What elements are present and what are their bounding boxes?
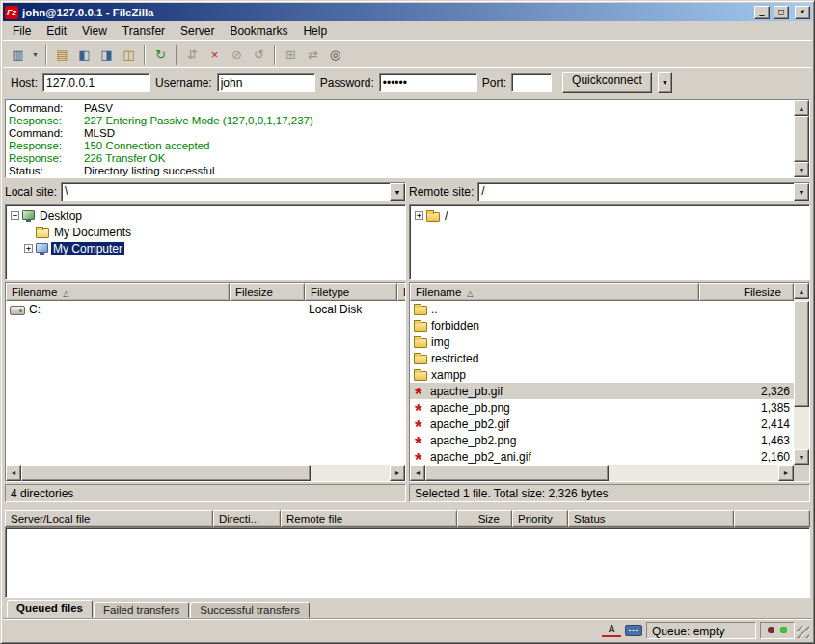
remote-site-combobox[interactable]: / ▼ (477, 182, 810, 201)
host-input[interactable] (42, 73, 150, 92)
column-header-filetype[interactable]: Filetype (305, 283, 397, 301)
column-header-filename[interactable]: Filename (410, 283, 699, 301)
scrollbar-thumb[interactable] (425, 465, 609, 481)
synchronized-browsing-icon[interactable]: ⇄ (302, 44, 324, 66)
tree-item-root[interactable]: + / (410, 207, 809, 224)
speed-limit-icon[interactable]: ▪▪▪ (625, 625, 642, 636)
scroll-left-icon[interactable]: ◄ (410, 465, 425, 481)
expand-icon[interactable]: + (415, 211, 423, 220)
local-pane: Local site: \ ▼ − Desktop My Documents (5, 181, 406, 502)
remote-file-row[interactable]: apache_pb.png 1,385 (410, 399, 794, 416)
scroll-up-icon[interactable]: ▲ (794, 100, 809, 116)
menu-view[interactable]: View (74, 22, 115, 40)
remote-file-row[interactable]: .. (410, 301, 794, 317)
quickconnect-dropdown-icon[interactable]: ▼ (658, 72, 672, 93)
process-queue-icon[interactable]: ⇵ (181, 44, 204, 66)
site-manager-icon[interactable]: ▥ (7, 44, 29, 66)
cancel-icon[interactable]: × (204, 44, 226, 66)
find-files-icon[interactable]: ◎ (324, 44, 346, 66)
port-label: Port: (482, 76, 506, 90)
password-label: Password: (320, 76, 374, 90)
maximize-button[interactable]: □ (774, 6, 789, 19)
remote-file-row[interactable]: xampp (410, 366, 794, 383)
column-header-last-modified[interactable]: L (397, 283, 405, 301)
expand-icon[interactable]: + (24, 244, 33, 253)
site-manager-dropdown-icon[interactable]: ▼ (29, 44, 41, 66)
username-input[interactable] (217, 73, 315, 92)
column-header-size[interactable]: Size (457, 510, 512, 527)
toggle-message-log-icon[interactable]: ▤ (51, 44, 73, 66)
port-input[interactable] (511, 73, 552, 92)
scrollbar-thumb[interactable] (794, 301, 809, 407)
remote-file-row[interactable]: forbidden (410, 317, 794, 334)
column-header-remote-file[interactable]: Remote file (281, 510, 457, 527)
refresh-icon[interactable]: ↻ (149, 44, 172, 66)
scrollbar-thumb[interactable] (794, 116, 809, 162)
column-header-filler (734, 510, 810, 527)
menu-server[interactable]: Server (173, 22, 222, 40)
tab-failed-transfers[interactable]: Failed transfers (94, 602, 189, 618)
sort-ascending-icon (461, 286, 473, 298)
tree-item-desktop[interactable]: − Desktop (6, 207, 405, 224)
chevron-down-icon[interactable]: ▼ (794, 183, 809, 201)
collapse-icon[interactable]: − (11, 211, 19, 220)
quickconnect-button[interactable]: Quickconnect (562, 72, 652, 93)
local-site-combobox[interactable]: \ ▼ (61, 182, 406, 201)
folder-icon (414, 371, 427, 381)
scroll-down-icon[interactable]: ▼ (794, 449, 809, 465)
column-header-status[interactable]: Status (568, 510, 734, 527)
scrollbar-thumb[interactable] (21, 465, 311, 481)
remote-file-row[interactable]: apache_pb2.png 1,463 (410, 432, 794, 448)
filezilla-window: Fz john@127.0.0.1 - FileZilla _ □ × File… (0, 0, 815, 644)
scroll-left-icon[interactable]: ◄ (6, 465, 21, 481)
toggle-local-tree-icon[interactable]: ◧ (73, 44, 95, 66)
minimize-button[interactable]: _ (754, 6, 770, 19)
scroll-right-icon[interactable]: ► (390, 465, 405, 481)
transfer-type-icon[interactable]: A (602, 624, 621, 637)
local-horizontal-scrollbar[interactable]: ◄ ► (6, 465, 405, 481)
titlebar[interactable]: Fz john@127.0.0.1 - FileZilla _ □ × (3, 3, 812, 21)
remote-file-row[interactable]: apache_pb2.gif 2,414 (410, 416, 794, 432)
local-file-row[interactable]: C: Local Disk (6, 301, 405, 317)
tree-item-label: My Computer (51, 242, 124, 255)
column-header-filename[interactable]: Filename (6, 283, 230, 301)
tree-item-label: Desktop (38, 209, 84, 223)
column-header-server-local-file[interactable]: Server/Local file (5, 510, 213, 527)
remote-file-row[interactable]: img (410, 334, 794, 350)
reconnect-icon[interactable]: ↺ (248, 44, 270, 66)
close-button[interactable]: × (795, 6, 810, 19)
scroll-right-icon[interactable]: ► (778, 465, 794, 481)
column-header-priority[interactable]: Priority (512, 510, 568, 527)
tab-queued-files[interactable]: Queued files (7, 600, 93, 618)
menu-bookmarks[interactable]: Bookmarks (222, 22, 295, 40)
tab-successful-transfers[interactable]: Successful transfers (190, 602, 310, 618)
remote-vertical-scrollbar[interactable]: ▲ ▼ (794, 283, 809, 465)
remote-horizontal-scrollbar[interactable]: ◄ ► (410, 465, 794, 481)
directory-comparison-icon[interactable]: ⊞ (280, 44, 302, 66)
column-header-direction[interactable]: Directi... (213, 510, 281, 527)
transfer-queue-list[interactable] (5, 527, 810, 598)
toggle-queue-icon[interactable]: ◫ (118, 44, 140, 66)
statusbar: A ▪▪▪ Queue: empty (3, 618, 812, 641)
menu-edit[interactable]: Edit (39, 22, 74, 40)
menu-transfer[interactable]: Transfer (115, 22, 173, 40)
log-vertical-scrollbar[interactable]: ▲ ▼ (794, 100, 809, 177)
column-header-filesize[interactable]: Filesize (230, 283, 305, 301)
chevron-down-icon[interactable]: ▼ (390, 183, 405, 201)
menu-file[interactable]: File (5, 22, 39, 40)
remote-file-row[interactable]: apache_pb2_ani.gif 2,160 (410, 448, 794, 465)
log-line: Command: PASV (9, 102, 791, 115)
scroll-down-icon[interactable]: ▼ (794, 162, 809, 177)
menu-help[interactable]: Help (295, 22, 335, 40)
remote-file-row[interactable]: apache_pb.gif 2,326 (410, 383, 794, 399)
filezilla-app-icon: Fz (5, 6, 18, 19)
tree-item-my-computer[interactable]: + My Computer (6, 240, 405, 256)
toggle-remote-tree-icon[interactable]: ◨ (95, 44, 118, 66)
tree-item-my-documents[interactable]: My Documents (6, 224, 405, 240)
disconnect-icon[interactable]: ⊘ (226, 44, 248, 66)
scroll-up-icon[interactable]: ▲ (794, 283, 809, 299)
password-input[interactable] (379, 73, 477, 92)
remote-file-row[interactable]: restricted (410, 350, 794, 366)
column-header-filesize[interactable]: Filesize (699, 283, 794, 301)
resize-grip[interactable] (797, 626, 809, 638)
